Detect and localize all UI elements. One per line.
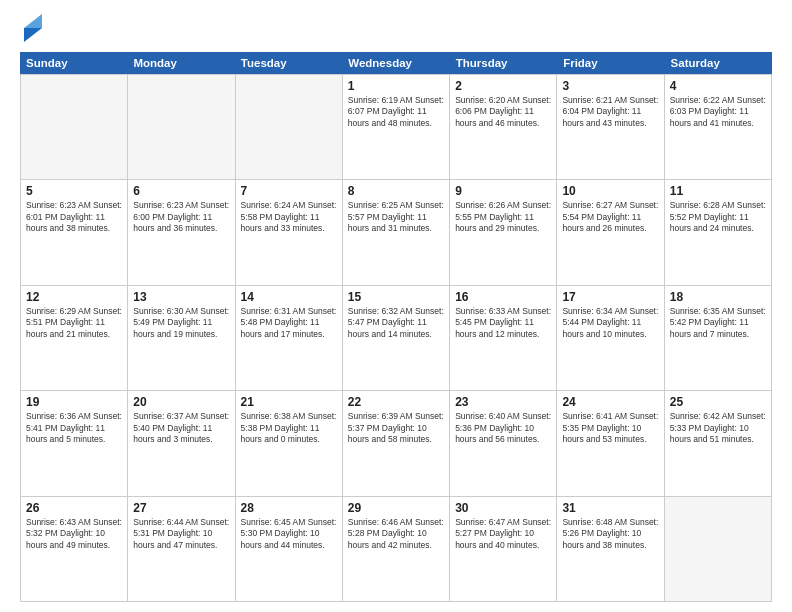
- day-number: 30: [455, 501, 551, 515]
- day-cell-26: 26Sunrise: 6:43 AM Sunset: 5:32 PM Dayli…: [21, 497, 128, 601]
- day-cell-10: 10Sunrise: 6:27 AM Sunset: 5:54 PM Dayli…: [557, 180, 664, 284]
- day-number: 23: [455, 395, 551, 409]
- day-cell-14: 14Sunrise: 6:31 AM Sunset: 5:48 PM Dayli…: [236, 286, 343, 390]
- day-cell-3: 3Sunrise: 6:21 AM Sunset: 6:04 PM Daylig…: [557, 75, 664, 179]
- day-cell-12: 12Sunrise: 6:29 AM Sunset: 5:51 PM Dayli…: [21, 286, 128, 390]
- day-cell-1: 1Sunrise: 6:19 AM Sunset: 6:07 PM Daylig…: [343, 75, 450, 179]
- day-cell-29: 29Sunrise: 6:46 AM Sunset: 5:28 PM Dayli…: [343, 497, 450, 601]
- day-cell-19: 19Sunrise: 6:36 AM Sunset: 5:41 PM Dayli…: [21, 391, 128, 495]
- day-info: Sunrise: 6:45 AM Sunset: 5:30 PM Dayligh…: [241, 517, 337, 551]
- day-number: 10: [562, 184, 658, 198]
- day-number: 25: [670, 395, 766, 409]
- day-number: 22: [348, 395, 444, 409]
- day-number: 21: [241, 395, 337, 409]
- col-header-monday: Monday: [127, 52, 234, 74]
- day-number: 5: [26, 184, 122, 198]
- col-header-wednesday: Wednesday: [342, 52, 449, 74]
- day-cell-25: 25Sunrise: 6:42 AM Sunset: 5:33 PM Dayli…: [665, 391, 772, 495]
- day-number: 31: [562, 501, 658, 515]
- day-number: 1: [348, 79, 444, 93]
- day-info: Sunrise: 6:35 AM Sunset: 5:42 PM Dayligh…: [670, 306, 766, 340]
- col-header-thursday: Thursday: [450, 52, 557, 74]
- week-row-1: 5Sunrise: 6:23 AM Sunset: 6:01 PM Daylig…: [20, 179, 772, 284]
- empty-cell-0-0: [21, 75, 128, 179]
- day-info: Sunrise: 6:31 AM Sunset: 5:48 PM Dayligh…: [241, 306, 337, 340]
- day-number: 9: [455, 184, 551, 198]
- day-info: Sunrise: 6:28 AM Sunset: 5:52 PM Dayligh…: [670, 200, 766, 234]
- day-cell-24: 24Sunrise: 6:41 AM Sunset: 5:35 PM Dayli…: [557, 391, 664, 495]
- day-info: Sunrise: 6:43 AM Sunset: 5:32 PM Dayligh…: [26, 517, 122, 551]
- day-number: 4: [670, 79, 766, 93]
- day-info: Sunrise: 6:22 AM Sunset: 6:03 PM Dayligh…: [670, 95, 766, 129]
- calendar-body: 1Sunrise: 6:19 AM Sunset: 6:07 PM Daylig…: [20, 74, 772, 602]
- page: SundayMondayTuesdayWednesdayThursdayFrid…: [0, 0, 792, 612]
- day-number: 13: [133, 290, 229, 304]
- day-number: 16: [455, 290, 551, 304]
- day-info: Sunrise: 6:37 AM Sunset: 5:40 PM Dayligh…: [133, 411, 229, 445]
- day-number: 2: [455, 79, 551, 93]
- calendar: SundayMondayTuesdayWednesdayThursdayFrid…: [20, 52, 772, 602]
- day-info: Sunrise: 6:42 AM Sunset: 5:33 PM Dayligh…: [670, 411, 766, 445]
- day-cell-27: 27Sunrise: 6:44 AM Sunset: 5:31 PM Dayli…: [128, 497, 235, 601]
- day-info: Sunrise: 6:47 AM Sunset: 5:27 PM Dayligh…: [455, 517, 551, 551]
- day-number: 15: [348, 290, 444, 304]
- day-number: 11: [670, 184, 766, 198]
- day-cell-22: 22Sunrise: 6:39 AM Sunset: 5:37 PM Dayli…: [343, 391, 450, 495]
- day-cell-9: 9Sunrise: 6:26 AM Sunset: 5:55 PM Daylig…: [450, 180, 557, 284]
- day-info: Sunrise: 6:27 AM Sunset: 5:54 PM Dayligh…: [562, 200, 658, 234]
- day-cell-23: 23Sunrise: 6:40 AM Sunset: 5:36 PM Dayli…: [450, 391, 557, 495]
- day-info: Sunrise: 6:30 AM Sunset: 5:49 PM Dayligh…: [133, 306, 229, 340]
- day-info: Sunrise: 6:36 AM Sunset: 5:41 PM Dayligh…: [26, 411, 122, 445]
- day-info: Sunrise: 6:38 AM Sunset: 5:38 PM Dayligh…: [241, 411, 337, 445]
- day-cell-15: 15Sunrise: 6:32 AM Sunset: 5:47 PM Dayli…: [343, 286, 450, 390]
- day-cell-28: 28Sunrise: 6:45 AM Sunset: 5:30 PM Dayli…: [236, 497, 343, 601]
- day-info: Sunrise: 6:41 AM Sunset: 5:35 PM Dayligh…: [562, 411, 658, 445]
- empty-cell-0-2: [236, 75, 343, 179]
- empty-cell-0-1: [128, 75, 235, 179]
- day-cell-16: 16Sunrise: 6:33 AM Sunset: 5:45 PM Dayli…: [450, 286, 557, 390]
- day-number: 28: [241, 501, 337, 515]
- week-row-0: 1Sunrise: 6:19 AM Sunset: 6:07 PM Daylig…: [20, 74, 772, 179]
- week-row-4: 26Sunrise: 6:43 AM Sunset: 5:32 PM Dayli…: [20, 496, 772, 602]
- week-row-3: 19Sunrise: 6:36 AM Sunset: 5:41 PM Dayli…: [20, 390, 772, 495]
- empty-cell-4-6: [665, 497, 772, 601]
- col-header-saturday: Saturday: [665, 52, 772, 74]
- day-info: Sunrise: 6:19 AM Sunset: 6:07 PM Dayligh…: [348, 95, 444, 129]
- day-info: Sunrise: 6:21 AM Sunset: 6:04 PM Dayligh…: [562, 95, 658, 129]
- day-number: 7: [241, 184, 337, 198]
- day-cell-7: 7Sunrise: 6:24 AM Sunset: 5:58 PM Daylig…: [236, 180, 343, 284]
- day-info: Sunrise: 6:32 AM Sunset: 5:47 PM Dayligh…: [348, 306, 444, 340]
- header: [20, 18, 772, 42]
- day-cell-21: 21Sunrise: 6:38 AM Sunset: 5:38 PM Dayli…: [236, 391, 343, 495]
- day-info: Sunrise: 6:20 AM Sunset: 6:06 PM Dayligh…: [455, 95, 551, 129]
- day-cell-20: 20Sunrise: 6:37 AM Sunset: 5:40 PM Dayli…: [128, 391, 235, 495]
- day-cell-17: 17Sunrise: 6:34 AM Sunset: 5:44 PM Dayli…: [557, 286, 664, 390]
- day-info: Sunrise: 6:29 AM Sunset: 5:51 PM Dayligh…: [26, 306, 122, 340]
- calendar-header: SundayMondayTuesdayWednesdayThursdayFrid…: [20, 52, 772, 74]
- day-info: Sunrise: 6:24 AM Sunset: 5:58 PM Dayligh…: [241, 200, 337, 234]
- day-number: 14: [241, 290, 337, 304]
- day-number: 29: [348, 501, 444, 515]
- day-cell-5: 5Sunrise: 6:23 AM Sunset: 6:01 PM Daylig…: [21, 180, 128, 284]
- day-cell-6: 6Sunrise: 6:23 AM Sunset: 6:00 PM Daylig…: [128, 180, 235, 284]
- svg-marker-1: [24, 14, 42, 28]
- col-header-friday: Friday: [557, 52, 664, 74]
- day-cell-4: 4Sunrise: 6:22 AM Sunset: 6:03 PM Daylig…: [665, 75, 772, 179]
- day-number: 24: [562, 395, 658, 409]
- day-info: Sunrise: 6:34 AM Sunset: 5:44 PM Dayligh…: [562, 306, 658, 340]
- day-number: 12: [26, 290, 122, 304]
- col-header-sunday: Sunday: [20, 52, 127, 74]
- col-header-tuesday: Tuesday: [235, 52, 342, 74]
- day-cell-8: 8Sunrise: 6:25 AM Sunset: 5:57 PM Daylig…: [343, 180, 450, 284]
- day-info: Sunrise: 6:23 AM Sunset: 6:01 PM Dayligh…: [26, 200, 122, 234]
- day-number: 19: [26, 395, 122, 409]
- logo: [20, 18, 44, 42]
- day-cell-18: 18Sunrise: 6:35 AM Sunset: 5:42 PM Dayli…: [665, 286, 772, 390]
- day-cell-2: 2Sunrise: 6:20 AM Sunset: 6:06 PM Daylig…: [450, 75, 557, 179]
- week-row-2: 12Sunrise: 6:29 AM Sunset: 5:51 PM Dayli…: [20, 285, 772, 390]
- day-cell-13: 13Sunrise: 6:30 AM Sunset: 5:49 PM Dayli…: [128, 286, 235, 390]
- day-number: 8: [348, 184, 444, 198]
- day-cell-11: 11Sunrise: 6:28 AM Sunset: 5:52 PM Dayli…: [665, 180, 772, 284]
- day-number: 17: [562, 290, 658, 304]
- day-info: Sunrise: 6:33 AM Sunset: 5:45 PM Dayligh…: [455, 306, 551, 340]
